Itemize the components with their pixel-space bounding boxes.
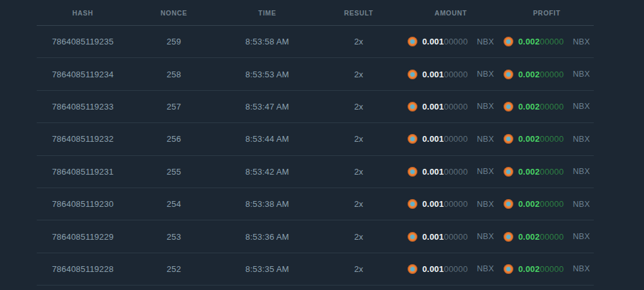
nbx-coin-icon <box>504 232 513 242</box>
amount-trailing-zeros: 00000 <box>444 134 468 144</box>
hash-cell: 7864085119233 <box>37 102 129 111</box>
hash-cell: 7864085119230 <box>37 199 129 209</box>
profit-value: 0.00200000 <box>518 134 564 144</box>
amount-main-digits: 0.001 <box>422 134 444 144</box>
amount-main-digits: 0.001 <box>422 199 444 209</box>
amount-currency-label: NBX <box>477 135 494 144</box>
amount-trailing-zeros: 00000 <box>444 264 468 274</box>
profit-currency-label: NBX <box>573 200 590 209</box>
profit-cell: 0.00200000 NBX <box>500 70 594 79</box>
profit-trailing-zeros: 00000 <box>540 199 564 209</box>
nbx-coin-icon <box>408 264 417 274</box>
profit-cell: 0.00200000 NBX <box>500 102 594 111</box>
table-row: 7864085119230 254 8:53:38 AM 2x 0.001000… <box>37 188 594 220</box>
bet-history-table: HASH NONCE TIME RESULT AMOUNT PROFIT 786… <box>37 0 594 285</box>
nbx-coin-icon <box>504 70 513 79</box>
amount-value: 0.00100000 <box>422 134 468 144</box>
time-cell: 8:53:44 AM <box>219 134 316 144</box>
nonce-cell: 258 <box>129 70 219 79</box>
result-cell: 2x <box>316 37 402 46</box>
profit-currency-label: NBX <box>573 135 590 144</box>
profit-main-digits: 0.002 <box>518 134 540 144</box>
amount-currency-label: NBX <box>477 232 494 241</box>
profit-currency-label: NBX <box>573 102 590 111</box>
hash-cell: 7864085119228 <box>37 264 129 274</box>
profit-currency-label: NBX <box>573 70 590 79</box>
profit-value: 0.00200000 <box>518 167 564 177</box>
table-row: 7864085119235 259 8:53:58 AM 2x 0.001000… <box>37 26 594 58</box>
time-cell: 8:53:38 AM <box>219 199 316 209</box>
nbx-coin-icon <box>408 167 417 177</box>
amount-value: 0.00100000 <box>422 232 468 242</box>
amount-value: 0.00100000 <box>422 37 468 46</box>
nbx-coin-icon <box>408 70 417 79</box>
nonce-cell: 256 <box>129 134 219 144</box>
time-cell: 8:53:36 AM <box>219 232 316 242</box>
nonce-cell: 257 <box>129 102 219 111</box>
amount-trailing-zeros: 00000 <box>444 70 468 79</box>
table-row: 7864085119233 257 8:53:47 AM 2x 0.001000… <box>37 91 594 123</box>
amount-currency-label: NBX <box>477 37 494 46</box>
nbx-coin-icon <box>408 37 417 46</box>
nbx-coin-icon <box>408 232 417 242</box>
amount-currency-label: NBX <box>477 264 494 273</box>
profit-cell: 0.00200000 NBX <box>500 199 594 209</box>
amount-value: 0.00100000 <box>422 199 468 209</box>
hash-cell: 7864085119231 <box>37 167 129 177</box>
amount-currency-label: NBX <box>477 200 494 209</box>
nbx-coin-icon <box>408 102 417 111</box>
amount-value: 0.00100000 <box>422 264 468 274</box>
amount-value: 0.00100000 <box>422 70 468 79</box>
amount-currency-label: NBX <box>477 167 494 176</box>
table-row: 7864085119228 252 8:53:35 AM 2x 0.001000… <box>37 253 594 285</box>
amount-value: 0.00100000 <box>422 102 468 111</box>
amount-cell: 0.00100000 NBX <box>402 102 500 111</box>
nbx-coin-icon <box>408 134 417 144</box>
amount-cell: 0.00100000 NBX <box>402 134 500 144</box>
amount-cell: 0.00100000 NBX <box>402 37 500 46</box>
profit-value: 0.00200000 <box>518 264 564 274</box>
amount-currency-label: NBX <box>477 102 494 111</box>
amount-trailing-zeros: 00000 <box>444 232 468 242</box>
profit-currency-label: NBX <box>573 264 590 273</box>
column-header-time: TIME <box>219 9 316 17</box>
amount-cell: 0.00100000 NBX <box>402 167 500 177</box>
amount-cell: 0.00100000 NBX <box>402 232 500 242</box>
column-header-result: RESULT <box>316 9 402 17</box>
profit-main-digits: 0.002 <box>518 102 540 111</box>
amount-trailing-zeros: 00000 <box>444 102 468 111</box>
nonce-cell: 253 <box>129 232 219 242</box>
nbx-coin-icon <box>504 167 513 177</box>
result-cell: 2x <box>316 70 402 79</box>
column-header-profit: PROFIT <box>500 9 594 17</box>
amount-currency-label: NBX <box>477 70 494 79</box>
profit-main-digits: 0.002 <box>518 37 540 46</box>
amount-main-digits: 0.001 <box>422 102 444 111</box>
amount-cell: 0.00100000 NBX <box>402 264 500 274</box>
amount-main-digits: 0.001 <box>422 232 444 242</box>
profit-main-digits: 0.002 <box>518 167 540 177</box>
profit-trailing-zeros: 00000 <box>540 134 564 144</box>
amount-cell: 0.00100000 NBX <box>402 199 500 209</box>
amount-main-digits: 0.001 <box>422 167 444 177</box>
time-cell: 8:53:53 AM <box>219 70 316 79</box>
table-row: 7864085119232 256 8:53:44 AM 2x 0.001000… <box>37 123 594 155</box>
profit-main-digits: 0.002 <box>518 70 540 79</box>
profit-currency-label: NBX <box>573 37 590 46</box>
profit-trailing-zeros: 00000 <box>540 264 564 274</box>
result-cell: 2x <box>316 264 402 274</box>
hash-cell: 7864085119234 <box>37 70 129 79</box>
amount-main-digits: 0.001 <box>422 37 444 46</box>
amount-main-digits: 0.001 <box>422 264 444 274</box>
profit-value: 0.00200000 <box>518 102 564 111</box>
nonce-cell: 259 <box>129 37 219 46</box>
nonce-cell: 254 <box>129 199 219 209</box>
amount-main-digits: 0.001 <box>422 70 444 79</box>
profit-cell: 0.00200000 NBX <box>500 264 594 274</box>
profit-value: 0.00200000 <box>518 70 564 79</box>
column-header-amount: AMOUNT <box>402 9 500 17</box>
result-cell: 2x <box>316 199 402 209</box>
profit-currency-label: NBX <box>573 232 590 241</box>
column-header-nonce: NONCE <box>129 9 219 17</box>
nbx-coin-icon <box>504 134 513 144</box>
